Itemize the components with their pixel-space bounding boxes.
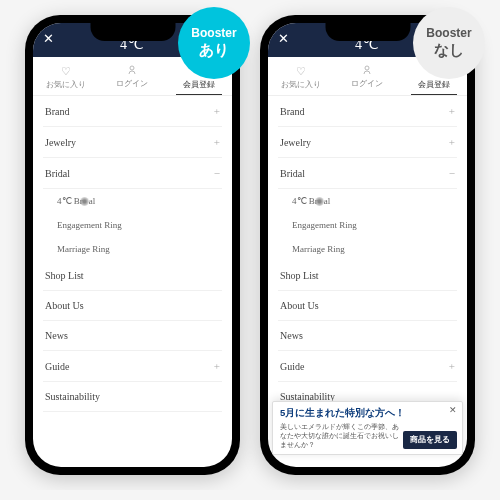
screen-left: ✕ 4℃ ♡ お気に入り ログイン ✎ 会員登録 Brand bbox=[33, 23, 232, 467]
menu-news[interactable]: News bbox=[43, 321, 222, 351]
heart-icon: ♡ bbox=[33, 65, 99, 78]
plus-icon: + bbox=[214, 360, 220, 372]
menu-about[interactable]: About Us bbox=[278, 291, 457, 321]
tab-label: お気に入り bbox=[281, 80, 321, 89]
submenu-engagement[interactable]: Engagement Ring bbox=[278, 213, 457, 237]
booster-state-on: あり bbox=[199, 41, 229, 60]
tab-label: お気に入り bbox=[46, 80, 86, 89]
phone-notch bbox=[325, 23, 410, 41]
tab-login[interactable]: ログイン bbox=[334, 63, 400, 95]
nav-menu: Brand+ Jewelry+ Bridal− 4℃ Bral Engageme… bbox=[268, 96, 467, 412]
booster-state-off: なし bbox=[434, 41, 464, 60]
menu-news[interactable]: News bbox=[278, 321, 457, 351]
submenu-4c-bridal[interactable]: 4℃ Bral bbox=[43, 189, 222, 213]
phone-frame-right: ✕ 4℃ ♡ お気に入り ログイン ✎ 会員登録 Brand bbox=[260, 15, 475, 475]
svg-point-0 bbox=[130, 66, 134, 70]
minus-icon: − bbox=[214, 167, 220, 179]
submenu-4c-bridal[interactable]: 4℃ Bral bbox=[278, 189, 457, 213]
tab-label: ログイン bbox=[351, 79, 383, 88]
phone-frame-left: ✕ 4℃ ♡ お気に入り ログイン ✎ 会員登録 Brand bbox=[25, 15, 240, 475]
cursor-icon bbox=[315, 197, 324, 206]
booster-label: Booster bbox=[426, 26, 471, 41]
screen-right: ✕ 4℃ ♡ お気に入り ログイン ✎ 会員登録 Brand bbox=[268, 23, 467, 467]
menu-brand[interactable]: Brand+ bbox=[43, 96, 222, 127]
promo-popup: ✕ 5月に生まれた特別な方へ！ 美しいエメラルドが輝くこの季節、あなたや大切な誰… bbox=[272, 401, 463, 455]
menu-shoplist[interactable]: Shop List bbox=[278, 261, 457, 291]
tab-login[interactable]: ログイン bbox=[99, 63, 165, 95]
minus-icon: − bbox=[449, 167, 455, 179]
menu-bridal[interactable]: Bridal− bbox=[43, 158, 222, 189]
menu-about[interactable]: About Us bbox=[43, 291, 222, 321]
plus-icon: + bbox=[449, 105, 455, 117]
phone-notch bbox=[90, 23, 175, 41]
tab-label: ログイン bbox=[116, 79, 148, 88]
cursor-icon bbox=[80, 197, 89, 206]
popup-title: 5月に生まれた特別な方へ！ bbox=[280, 407, 455, 420]
heart-icon: ♡ bbox=[268, 65, 334, 78]
booster-on-badge: Booster あり bbox=[178, 7, 250, 79]
tab-favorites[interactable]: ♡ お気に入り bbox=[268, 63, 334, 95]
popup-cta-button[interactable]: 商品を見る bbox=[403, 431, 457, 449]
submenu-engagement[interactable]: Engagement Ring bbox=[43, 213, 222, 237]
plus-icon: + bbox=[449, 136, 455, 148]
person-icon bbox=[334, 65, 400, 77]
submenu-marriage[interactable]: Marriage Ring bbox=[43, 237, 222, 261]
nav-menu: Brand+ Jewelry+ Bridal− 4℃ Bral Engageme… bbox=[33, 96, 232, 412]
menu-sustainability[interactable]: Sustainability bbox=[43, 382, 222, 412]
submenu-marriage[interactable]: Marriage Ring bbox=[278, 237, 457, 261]
svg-point-1 bbox=[365, 66, 369, 70]
plus-icon: + bbox=[449, 360, 455, 372]
close-icon[interactable]: ✕ bbox=[43, 31, 55, 47]
popup-close-icon[interactable]: ✕ bbox=[449, 405, 457, 415]
tab-label: 会員登録 bbox=[418, 80, 450, 89]
menu-guide[interactable]: Guide+ bbox=[278, 351, 457, 382]
menu-jewelry[interactable]: Jewelry+ bbox=[43, 127, 222, 158]
menu-jewelry[interactable]: Jewelry+ bbox=[278, 127, 457, 158]
person-icon bbox=[99, 65, 165, 77]
booster-off-badge: Booster なし bbox=[413, 7, 485, 79]
tab-label: 会員登録 bbox=[183, 80, 215, 89]
menu-guide[interactable]: Guide+ bbox=[43, 351, 222, 382]
booster-label: Booster bbox=[191, 26, 236, 41]
menu-brand[interactable]: Brand+ bbox=[278, 96, 457, 127]
menu-bridal[interactable]: Bridal− bbox=[278, 158, 457, 189]
plus-icon: + bbox=[214, 105, 220, 117]
menu-shoplist[interactable]: Shop List bbox=[43, 261, 222, 291]
plus-icon: + bbox=[214, 136, 220, 148]
close-icon[interactable]: ✕ bbox=[278, 31, 290, 47]
tab-favorites[interactable]: ♡ お気に入り bbox=[33, 63, 99, 95]
